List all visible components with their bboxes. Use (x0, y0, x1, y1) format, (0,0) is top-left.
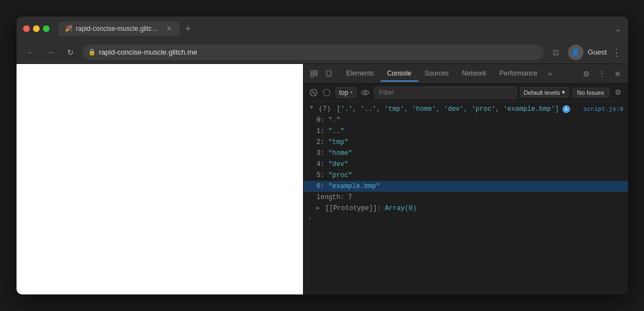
context-dropdown[interactable]: top ▾ (335, 87, 357, 98)
svg-rect-3 (315, 74, 317, 76)
svg-rect-4 (327, 71, 331, 76)
array-output-line: ▶ (7) ['.', '..', 'tmp', 'home', 'dev', … (304, 104, 628, 115)
length-key: length: (317, 192, 349, 202)
minimize-button[interactable] (33, 25, 40, 32)
devtools-tab-icons (308, 68, 335, 80)
array-item-6: 6: "example.bmp" (304, 181, 628, 192)
item-key-1: 1: (317, 126, 329, 136)
address-bar[interactable]: 🔒 rapid-concise-muscle.glitch.me (83, 45, 544, 60)
devtools-panel: Elements Console Sources Network Perform… (303, 64, 628, 294)
array-length: length: 7 (304, 192, 628, 203)
item-key-2: 2: (317, 137, 329, 147)
bookmark-icon[interactable]: ⊡ (548, 45, 564, 60)
active-tab[interactable]: 🎉 rapid-concise-muscle.glitch.m... ✕ (58, 22, 180, 36)
devtools-actions: ⚙ ⋮ ✕ (581, 68, 624, 80)
array-item-3: 3: "home" (304, 148, 628, 159)
log-levels-label: Default levels (524, 89, 560, 96)
live-expression-icon[interactable] (360, 87, 371, 98)
length-val: 7 (348, 192, 352, 202)
url-text: rapid-concise-muscle.glitch.me (99, 48, 197, 56)
item-val-2: "tmp" (328, 137, 348, 147)
prototype-line: ▶ [[Prototype]]: Array(0) (304, 203, 628, 214)
item-key-4: 4: (317, 159, 329, 169)
context-value: top (339, 89, 349, 96)
window-more-icon[interactable]: ⌄ (615, 24, 621, 33)
item-key-6: 6: (317, 181, 329, 191)
profile-icon: 👤 (571, 49, 580, 56)
dropdown-arrow-icon: ▾ (350, 90, 353, 95)
tab-network[interactable]: Network (456, 66, 493, 82)
console-prompt[interactable]: › (304, 214, 628, 224)
expand-prototype-icon[interactable]: ▶ (317, 203, 323, 213)
console-toolbar: top ▾ Default levels ▾ No Issues (304, 84, 628, 101)
prototype-text: [[Prototype]]: (326, 203, 385, 213)
browser-toolbar: ← → ↻ 🔒 rapid-concise-muscle.glitch.me ⊡… (17, 41, 628, 64)
tab-favicon-icon: 🎉 (65, 25, 73, 33)
source-link[interactable]: script.js:8 (583, 104, 624, 114)
back-button[interactable]: ← (23, 45, 39, 60)
array-item-5: 5: "proc" (304, 170, 628, 181)
title-bar-right: ⌄ (615, 24, 621, 33)
more-tabs-button[interactable]: » (544, 70, 556, 78)
profile-button[interactable]: 👤 (568, 45, 583, 60)
devtools-close-icon[interactable]: ✕ (611, 68, 624, 80)
no-issues-button[interactable]: No Issues (572, 88, 609, 98)
svg-rect-0 (311, 71, 313, 73)
svg-rect-1 (315, 71, 317, 73)
page-content (17, 64, 303, 294)
tab-console[interactable]: Console (381, 66, 418, 82)
new-tab-button[interactable]: + (182, 22, 195, 35)
array-item-1: 1: ".." (304, 126, 628, 137)
filter-input[interactable] (374, 87, 516, 99)
tab-elements[interactable]: Elements (340, 66, 381, 82)
item-key-0: 0: (317, 115, 329, 125)
devtools-tabs: Elements Console Sources Network Perform… (304, 64, 628, 84)
svg-rect-2 (311, 74, 313, 77)
console-toolbar-icons (308, 87, 332, 98)
devtools-more-icon[interactable]: ⋮ (596, 68, 608, 80)
inspect-element-icon[interactable] (308, 68, 320, 80)
clear-console-icon[interactable] (308, 87, 319, 98)
log-levels-arrow-icon: ▾ (562, 89, 565, 96)
array-item-0: 0: "." (304, 115, 628, 126)
array-items-preview: ['.', '..', 'tmp', 'home', 'dev', 'proc'… (337, 104, 559, 114)
traffic-lights (23, 25, 50, 32)
tab-sources[interactable]: Sources (418, 66, 456, 82)
devtools-settings-icon[interactable]: ⚙ (581, 68, 593, 80)
item-val-5: "proc" (328, 170, 352, 180)
device-toolbar-icon[interactable] (323, 68, 335, 80)
svg-point-9 (364, 92, 366, 94)
browser-menu-icon[interactable]: ⋮ (611, 46, 621, 58)
item-key-3: 3: (317, 148, 329, 158)
svg-line-7 (312, 91, 315, 94)
expand-array-icon[interactable]: ▶ (306, 106, 316, 112)
prototype-val: Array(0) (385, 203, 417, 213)
forward-button[interactable]: → (43, 45, 58, 60)
tab-area: 🎉 rapid-concise-muscle.glitch.m... ✕ + (58, 22, 610, 36)
info-badge: i (562, 105, 570, 113)
tab-performance[interactable]: Performance (493, 66, 544, 82)
tab-title: rapid-concise-muscle.glitch.m... (76, 25, 162, 33)
item-val-4: "dev" (328, 159, 348, 169)
filter-icon[interactable] (321, 87, 332, 98)
prompt-icon: › (308, 215, 312, 223)
item-val-0: "." (328, 115, 340, 125)
log-levels-button[interactable]: Default levels ▾ (520, 87, 569, 98)
svg-rect-5 (328, 76, 329, 76)
array-item-4: 4: "dev" (304, 159, 628, 170)
array-count-label: (7) (319, 104, 335, 114)
maximize-button[interactable] (43, 25, 50, 32)
item-val-6: "example.bmp" (328, 181, 380, 191)
no-issues-label: No Issues (577, 89, 604, 96)
tab-close-icon[interactable]: ✕ (165, 25, 173, 33)
close-button[interactable] (23, 25, 30, 32)
item-key-5: 5: (317, 170, 329, 180)
reload-button[interactable]: ↻ (63, 45, 78, 60)
item-val-1: ".." (328, 126, 344, 136)
console-output: ▶ (7) ['.', '..', 'tmp', 'home', 'dev', … (304, 101, 628, 294)
console-settings-icon[interactable]: ⚙ (613, 87, 624, 98)
main-content: Elements Console Sources Network Perform… (17, 64, 628, 294)
lock-icon: 🔒 (88, 49, 96, 56)
title-bar: 🎉 rapid-concise-muscle.glitch.m... ✕ + ⌄ (17, 17, 628, 41)
item-val-3: "home" (328, 148, 352, 158)
